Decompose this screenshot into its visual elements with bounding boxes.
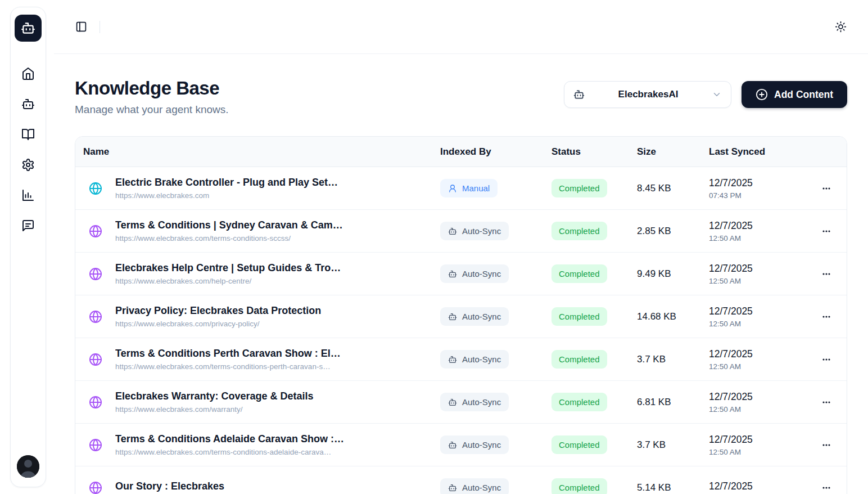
sidebar-item-knowledge[interactable] [21, 128, 35, 141]
row-actions-cell [814, 436, 847, 454]
sidebar-item-settings[interactable] [21, 158, 35, 172]
ellipsis-icon [821, 354, 832, 365]
plus-circle-icon [756, 88, 768, 101]
column-header-status: Status [551, 146, 637, 158]
bot-icon [21, 21, 35, 35]
book-icon [21, 128, 35, 141]
row-url: https://www.elecbrakes.com/privacy-polic… [115, 320, 321, 328]
globe-icon [89, 396, 102, 409]
row-name-cell: Electric Brake Controller - Plug and Pla… [75, 177, 440, 200]
row-indexed-by-cell: Auto-Sync [440, 435, 551, 454]
row-synced-time: 07:43 PM [709, 191, 814, 200]
bar-chart-icon [21, 188, 35, 202]
sidebar-item-agents[interactable] [21, 97, 35, 111]
row-indexed-by-cell: Auto-Sync [440, 307, 551, 326]
indexed-by-badge: Auto-Sync [440, 222, 509, 240]
indexed-by-label: Auto-Sync [462, 226, 501, 236]
row-actions-button[interactable] [817, 351, 835, 369]
row-actions-cell [814, 351, 847, 369]
row-status-cell: Completed [551, 478, 637, 494]
row-last-synced: 12/7/2025 [709, 480, 814, 494]
sun-icon [835, 21, 847, 33]
row-status-cell: Completed [551, 393, 637, 411]
row-actions-cell [814, 479, 847, 494]
table-row: Our Story : Elecbrakes Auto-Sync Complet… [75, 466, 847, 494]
row-actions-cell [814, 393, 847, 411]
row-actions-button[interactable] [817, 265, 835, 283]
table-row: Terms & Conditions Adelaide Caravan Show… [75, 424, 847, 466]
indexed-by-badge: Auto-Sync [440, 350, 509, 369]
row-last-synced: 12/7/2025 12:50 AM [709, 220, 814, 242]
row-name-cell: Terms & Conditions Perth Caravan Show : … [75, 348, 440, 371]
robot-icon [448, 270, 457, 279]
app-logo-button[interactable] [15, 15, 42, 42]
status-badge: Completed [551, 435, 607, 454]
sidebar-toggle-button[interactable] [75, 21, 87, 33]
row-actions-button[interactable] [817, 436, 835, 454]
row-title: Terms & Conditions Adelaide Caravan Show… [115, 433, 344, 445]
row-actions-button[interactable] [817, 393, 835, 411]
row-actions-button[interactable] [817, 308, 835, 326]
row-synced-date: 12/7/2025 [709, 220, 814, 232]
robot-icon [448, 483, 457, 492]
indexed-by-badge: Auto-Sync [440, 307, 509, 326]
globe-icon [89, 182, 102, 195]
table-header-row: Name Indexed By Status Size Last Synced [75, 137, 847, 167]
add-content-button[interactable]: Add Content [742, 81, 847, 108]
avatar-photo [17, 455, 39, 478]
indexed-by-badge: Auto-Sync [440, 264, 509, 283]
indexed-by-badge: Manual [440, 179, 498, 197]
ellipsis-icon [821, 183, 832, 194]
row-title: Elecbrakes Help Centre | Setup Guides & … [115, 262, 341, 274]
sidebar-item-analytics[interactable] [21, 188, 35, 202]
sidebar-item-conversations[interactable] [21, 219, 35, 232]
chat-icon [21, 219, 35, 232]
add-content-label: Add Content [774, 89, 833, 101]
indexed-by-label: Auto-Sync [462, 312, 501, 321]
row-status-cell: Completed [551, 435, 637, 454]
row-title: Terms & Conditions Perth Caravan Show : … [115, 348, 341, 360]
row-size: 3.7 KB [637, 354, 709, 365]
row-title: Electric Brake Controller - Plug and Pla… [115, 177, 338, 188]
row-status-cell: Completed [551, 222, 637, 240]
user-avatar[interactable] [17, 455, 39, 478]
row-url: https://www.elecbrakes.com/terms-conditi… [115, 448, 344, 456]
ellipsis-icon [821, 311, 832, 322]
row-status-cell: Completed [551, 307, 637, 326]
theme-toggle-button[interactable] [835, 21, 847, 33]
agent-selector-label: ElecbrakesAI [585, 89, 712, 100]
column-header-name: Name [75, 146, 440, 158]
row-title: Our Story : Elecbrakes [115, 480, 224, 492]
row-actions-button[interactable] [817, 222, 835, 240]
chevron-down-icon [712, 89, 722, 100]
content: Knowledge Base Manage what your agent kn… [54, 54, 868, 494]
indexed-by-label: Auto-Sync [462, 397, 501, 407]
row-status-cell: Completed [551, 179, 637, 197]
agent-selector[interactable]: ElecbrakesAI [564, 81, 731, 108]
table-row: Privacy Policy: Elecbrakes Data Protecti… [75, 295, 847, 338]
status-badge: Completed [551, 222, 607, 240]
row-name-cell: Our Story : Elecbrakes [75, 480, 440, 494]
row-synced-date: 12/7/2025 [709, 306, 814, 317]
row-size: 5.14 KB [637, 482, 709, 493]
sidebar-item-home[interactable] [21, 67, 35, 80]
row-status-cell: Completed [551, 264, 637, 283]
home-icon [21, 67, 35, 80]
row-name-cell: Elecbrakes Help Centre | Setup Guides & … [75, 262, 440, 285]
indexed-by-label: Auto-Sync [462, 354, 501, 364]
globe-icon [89, 353, 102, 366]
row-size: 9.49 KB [637, 268, 709, 280]
indexed-by-label: Auto-Sync [462, 483, 501, 492]
table-row: Elecbrakes Help Centre | Setup Guides & … [75, 253, 847, 295]
row-actions-button[interactable] [817, 479, 835, 494]
globe-icon [89, 481, 102, 494]
row-actions-cell [814, 308, 847, 326]
row-synced-date: 12/7/2025 [709, 480, 814, 492]
table-row: Terms & Conditions Perth Caravan Show : … [75, 338, 847, 381]
row-synced-date: 12/7/2025 [709, 434, 814, 446]
column-header-last-synced: Last Synced [709, 146, 814, 158]
ellipsis-icon [821, 268, 832, 280]
row-indexed-by-cell: Auto-Sync [440, 350, 551, 369]
row-synced-time: 12:50 AM [709, 320, 814, 328]
row-actions-button[interactable] [817, 179, 835, 197]
